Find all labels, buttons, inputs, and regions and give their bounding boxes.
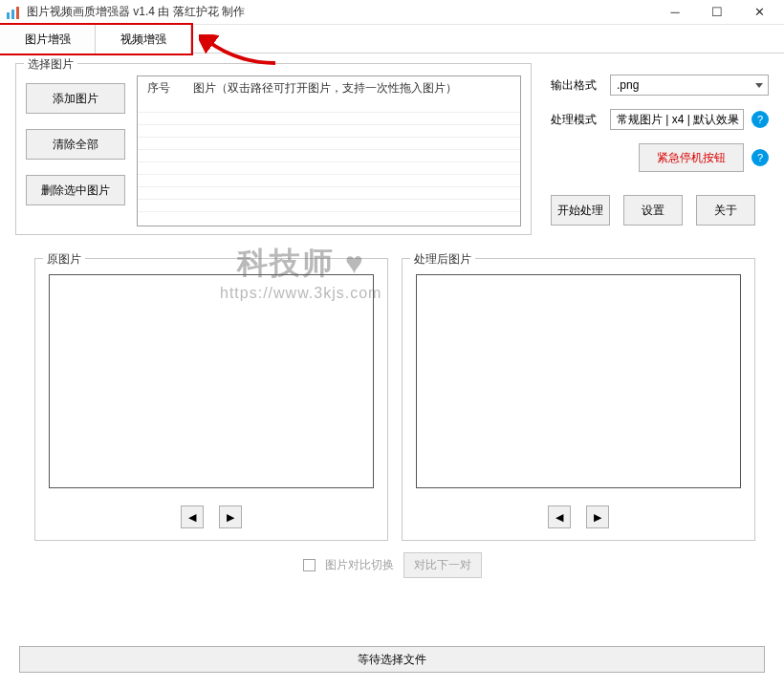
original-preview-box: [49, 274, 374, 488]
about-button[interactable]: 关于: [696, 195, 755, 226]
client-area: 选择图片 添加图片 清除全部 删除选中图片 序号 图片（双击路径可打开图片，支持…: [0, 54, 784, 688]
col-path: 图片（双击路径可打开图片，支持一次性拖入图片）: [193, 80, 457, 97]
list-header: 序号 图片（双击路径可打开图片，支持一次性拖入图片）: [138, 76, 520, 100]
group-label: 处理后图片: [410, 251, 475, 268]
start-process-button[interactable]: 开始处理: [551, 195, 610, 226]
tab-image-enhance[interactable]: 图片增强: [0, 25, 96, 54]
prev-processed-button[interactable]: ◀: [548, 505, 571, 528]
processed-preview-group: 处理后图片 ◀ ▶: [402, 258, 755, 541]
group-label: 选择图片: [24, 56, 77, 73]
tab-label: 图片增强: [25, 32, 71, 48]
clear-all-button[interactable]: 清除全部: [26, 129, 125, 160]
output-format-label: 输出格式: [551, 77, 602, 94]
svg-rect-1: [11, 10, 14, 19]
tab-label: 视频增强: [120, 32, 166, 48]
next-original-button[interactable]: ▶: [219, 505, 242, 528]
compare-next-button[interactable]: 对比下一对: [403, 552, 482, 578]
emergency-stop-button[interactable]: 紧急停机按钮: [639, 143, 744, 172]
status-text: 等待选择文件: [358, 652, 426, 668]
compare-row: 图片对比切换 对比下一对: [0, 552, 784, 578]
compare-toggle-checkbox[interactable]: [303, 559, 316, 571]
maximize-button[interactable]: ☐: [696, 1, 738, 24]
processed-preview-box: [416, 274, 741, 488]
group-label: 原图片: [43, 251, 85, 268]
prev-original-button[interactable]: ◀: [181, 505, 204, 528]
process-mode-label: 处理模式: [551, 112, 602, 128]
original-preview-group: 原图片 ◀ ▶: [34, 258, 388, 541]
app-icon: [6, 5, 21, 20]
help-icon[interactable]: ?: [751, 111, 769, 128]
svg-rect-0: [7, 12, 10, 19]
add-image-button[interactable]: 添加图片: [26, 83, 125, 114]
compare-toggle-label: 图片对比切换: [325, 557, 394, 573]
right-panel: 输出格式 .png 处理模式 常规图片 | x4 | 默认效果 ? 紧急停机按钮…: [551, 75, 769, 226]
col-index: 序号: [147, 80, 170, 97]
process-mode-select[interactable]: 常规图片 | x4 | 默认效果: [610, 109, 744, 130]
delete-selected-button[interactable]: 删除选中图片: [26, 175, 125, 205]
tab-row: 图片增强 视频增强: [0, 25, 784, 54]
status-bar: 等待选择文件: [19, 646, 765, 673]
tab-video-enhance[interactable]: 视频增强: [96, 25, 191, 54]
title-bar: 图片视频画质增强器 v1.4 由 落红护花 制作 ─ ☐ ✕: [0, 0, 784, 25]
select-image-group: 选择图片 添加图片 清除全部 删除选中图片 序号 图片（双击路径可打开图片，支持…: [15, 63, 532, 235]
svg-rect-2: [16, 7, 19, 19]
output-format-select[interactable]: .png: [610, 75, 769, 96]
settings-button[interactable]: 设置: [623, 195, 683, 226]
window-title: 图片视频画质增强器 v1.4 由 落红护花 制作: [27, 4, 245, 20]
close-button[interactable]: ✕: [738, 1, 780, 24]
image-list[interactable]: 序号 图片（双击路径可打开图片，支持一次性拖入图片）: [137, 75, 521, 226]
minimize-button[interactable]: ─: [654, 1, 696, 24]
next-processed-button[interactable]: ▶: [586, 505, 609, 528]
help-icon[interactable]: ?: [751, 149, 769, 166]
